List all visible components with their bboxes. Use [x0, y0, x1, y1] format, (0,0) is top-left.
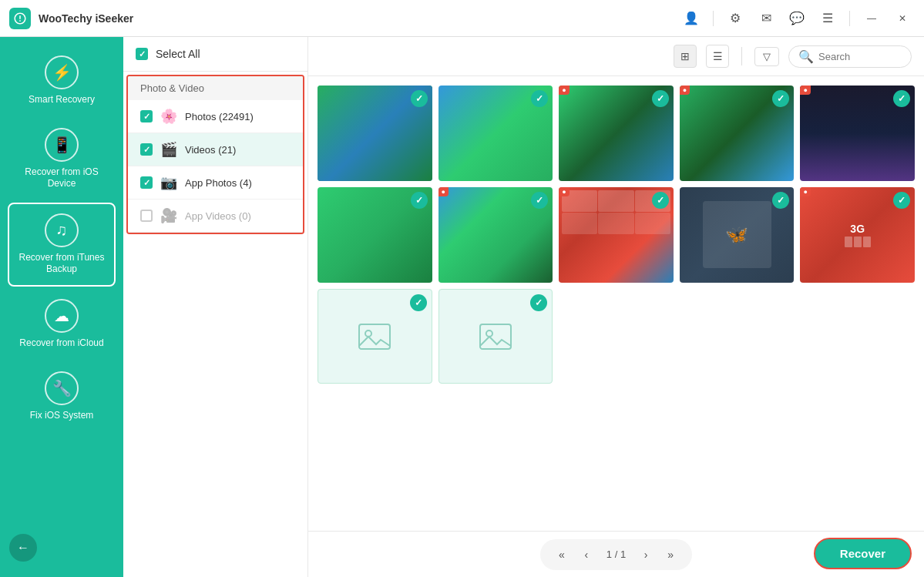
- divider: [713, 11, 714, 26]
- photo-grid: ✓ ✓ ● ✓ ● ✓ ● ✓ ✓ ● ✓: [308, 76, 924, 531]
- svg-rect-0: [359, 324, 390, 349]
- photos-icon: 🌸: [160, 108, 177, 125]
- left-panel: Select All Photo & Video 🌸 Photos (22491…: [123, 37, 308, 577]
- search-box: 🔍: [788, 45, 912, 68]
- check-badge-11: ✓: [410, 294, 427, 311]
- recover-button[interactable]: Recover: [814, 538, 912, 569]
- filter-icon: ▽: [763, 51, 771, 62]
- bottom-bar: « ‹ 1 / 1 › » Recover: [308, 531, 924, 577]
- category-item-photos[interactable]: 🌸 Photos (22491): [128, 100, 303, 133]
- app-name: WooTechy iSeeker: [39, 12, 679, 25]
- red-badge-5: ●: [800, 86, 810, 95]
- filter-button[interactable]: ▽: [754, 47, 779, 66]
- check-badge-6: ✓: [411, 192, 428, 209]
- red-badge-3: ●: [559, 86, 569, 95]
- photo-thumb-7[interactable]: ● ✓: [438, 187, 553, 283]
- main-content: ⊞ ☰ ▽ 🔍 ✓ ✓ ●: [308, 37, 924, 577]
- next-page-button[interactable]: ›: [635, 544, 657, 565]
- back-button[interactable]: ←: [9, 534, 37, 562]
- red-badge-4: ●: [680, 86, 690, 95]
- photo-thumb-10[interactable]: 3G ● ✓: [800, 187, 915, 283]
- photo-thumb-4[interactable]: ● ✓: [680, 86, 795, 181]
- search-icon: 🔍: [798, 49, 814, 64]
- category-item-app-videos[interactable]: 🎥 App Videos (0): [128, 200, 303, 233]
- check-badge-12: ✓: [530, 294, 547, 311]
- menu-button[interactable]: ☰: [815, 6, 840, 31]
- app-logo: [9, 8, 31, 29]
- app-videos-icon: 🎥: [160, 207, 177, 224]
- sidebar-item-recover-ios[interactable]: 📱 Recover from iOS Device: [8, 119, 116, 200]
- svg-rect-2: [480, 324, 511, 349]
- check-badge-4: ✓: [772, 90, 789, 107]
- app-photos-checkbox[interactable]: [140, 176, 153, 189]
- category-item-videos[interactable]: 🎬 Videos (21): [128, 133, 303, 166]
- check-badge-10: ✓: [893, 192, 910, 209]
- app-videos-checkbox[interactable]: [140, 210, 153, 222]
- sidebar-label-smart-recovery: Smart Recovery: [29, 94, 95, 106]
- sidebar-item-recover-icloud[interactable]: ☁ Recover from iCloud: [8, 290, 116, 359]
- prev-page-button[interactable]: ‹: [576, 544, 597, 565]
- close-button[interactable]: ✕: [890, 6, 915, 31]
- sidebar-item-fix-ios[interactable]: 🔧 Fix iOS System: [8, 362, 116, 431]
- recover-itunes-icon: ♫: [45, 213, 79, 247]
- title-bar-actions: 👤 ⚙ ✉ 💬 ☰ — ✕: [679, 6, 915, 31]
- sidebar-label-recover-itunes: Recover from iTunes Backup: [15, 252, 108, 276]
- app-photos-label: App Photos (4): [185, 177, 291, 189]
- sidebar-item-smart-recovery[interactable]: ⚡ Smart Recovery: [8, 46, 116, 116]
- photo-thumb-8[interactable]: ● ✓: [559, 187, 674, 283]
- check-badge-3: ✓: [652, 90, 669, 107]
- recover-ios-icon: 📱: [45, 128, 79, 162]
- select-all-label[interactable]: Select All: [156, 48, 200, 60]
- photo-thumb-2[interactable]: ✓: [438, 86, 553, 181]
- photo-thumb-5[interactable]: ● ✓: [800, 86, 915, 181]
- select-all-checkbox[interactable]: [136, 48, 148, 60]
- videos-label: Videos (21): [185, 144, 291, 156]
- app-videos-label: App Videos (0): [185, 210, 291, 222]
- grid-view-button[interactable]: ⊞: [674, 45, 697, 68]
- photos-checkbox[interactable]: [140, 110, 153, 122]
- sidebar: ⚡ Smart Recovery 📱 Recover from iOS Devi…: [0, 37, 123, 577]
- photos-label: Photos (22491): [185, 111, 291, 122]
- category-item-app-photos[interactable]: 📷 App Photos (4): [128, 166, 303, 200]
- check-badge-1: ✓: [411, 90, 428, 107]
- check-badge-2: ✓: [531, 90, 548, 107]
- photo-thumb-9[interactable]: 🦋 ✓: [680, 187, 795, 283]
- settings-button[interactable]: ⚙: [723, 6, 748, 31]
- select-all-bar: Select All: [123, 37, 307, 72]
- page-info: 1 / 1: [600, 548, 632, 560]
- sidebar-label-recover-icloud: Recover from iCloud: [19, 337, 103, 350]
- videos-checkbox[interactable]: [140, 143, 153, 156]
- mail-button[interactable]: ✉: [754, 6, 778, 31]
- sidebar-item-recover-itunes[interactable]: ♫ Recover from iTunes Backup: [8, 203, 116, 287]
- app-body: ⚡ Smart Recovery 📱 Recover from iOS Devi…: [0, 37, 924, 577]
- toolbar-divider: [741, 47, 742, 65]
- search-input[interactable]: [818, 51, 902, 62]
- red-badge-8: ●: [559, 187, 569, 196]
- content-toolbar: ⊞ ☰ ▽ 🔍: [308, 37, 924, 76]
- photo-thumb-6[interactable]: ✓: [318, 187, 432, 283]
- pagination: « ‹ 1 / 1 › »: [540, 539, 692, 570]
- category-header: Photo & Video: [128, 76, 303, 100]
- last-page-button[interactable]: »: [660, 544, 681, 565]
- title-bar: WooTechy iSeeker 👤 ⚙ ✉ 💬 ☰ — ✕: [0, 0, 924, 37]
- sidebar-label-recover-ios: Recover from iOS Device: [14, 166, 109, 190]
- photo-thumb-1[interactable]: ✓: [318, 86, 432, 181]
- photo-thumb-11[interactable]: ✓: [318, 289, 432, 384]
- videos-icon: 🎬: [160, 141, 177, 158]
- check-badge-7: ✓: [531, 192, 548, 209]
- photo-thumb-3[interactable]: ● ✓: [559, 86, 674, 181]
- red-badge-10: ●: [800, 187, 810, 196]
- fix-ios-icon: 🔧: [45, 371, 79, 405]
- divider2: [849, 11, 850, 26]
- first-page-button[interactable]: «: [551, 544, 573, 565]
- list-view-button[interactable]: ☰: [706, 45, 729, 68]
- photo-thumb-12[interactable]: ✓: [438, 289, 553, 384]
- recover-icloud-icon: ☁: [45, 299, 79, 333]
- minimize-button[interactable]: —: [859, 6, 884, 31]
- check-badge-5: ✓: [893, 90, 910, 107]
- chat-button[interactable]: 💬: [785, 6, 809, 31]
- account-button[interactable]: 👤: [679, 6, 704, 31]
- smart-recovery-icon: ⚡: [45, 55, 79, 89]
- red-badge-7: ●: [438, 187, 449, 196]
- check-badge-8: ✓: [652, 192, 669, 209]
